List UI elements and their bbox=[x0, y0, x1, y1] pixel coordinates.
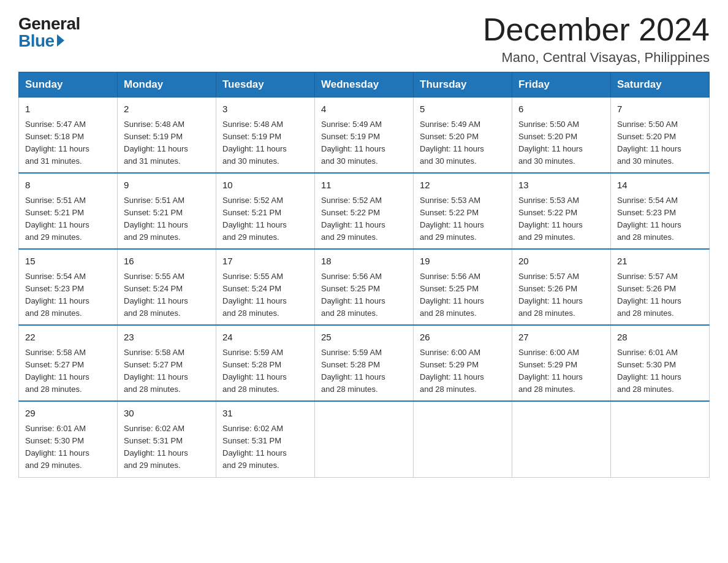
day-number: 15 bbox=[25, 255, 111, 269]
day-number: 31 bbox=[222, 407, 308, 421]
calendar-cell bbox=[512, 401, 611, 477]
calendar-cell: 23Sunrise: 5:58 AMSunset: 5:27 PMDayligh… bbox=[118, 325, 216, 401]
column-header-thursday: Thursday bbox=[414, 72, 512, 98]
day-number: 8 bbox=[25, 178, 111, 193]
day-info: Sunrise: 5:49 AMSunset: 5:20 PMDaylight:… bbox=[420, 118, 506, 168]
day-number: 22 bbox=[25, 331, 111, 345]
day-number: 9 bbox=[124, 178, 210, 193]
calendar-cell: 30Sunrise: 6:02 AMSunset: 5:31 PMDayligh… bbox=[118, 401, 216, 477]
day-info: Sunrise: 5:54 AMSunset: 5:23 PMDaylight:… bbox=[617, 194, 703, 244]
calendar-cell: 1Sunrise: 5:47 AMSunset: 5:18 PMDaylight… bbox=[19, 98, 118, 174]
day-number: 28 bbox=[617, 331, 703, 345]
day-info: Sunrise: 5:59 AMSunset: 5:28 PMDaylight:… bbox=[222, 347, 308, 396]
day-number: 17 bbox=[222, 255, 308, 269]
day-info: Sunrise: 5:49 AMSunset: 5:19 PMDaylight:… bbox=[321, 118, 407, 168]
calendar-week-row: 29Sunrise: 6:01 AMSunset: 5:30 PMDayligh… bbox=[19, 401, 710, 477]
calendar-cell: 24Sunrise: 5:59 AMSunset: 5:28 PMDayligh… bbox=[216, 325, 315, 401]
calendar-week-row: 8Sunrise: 5:51 AMSunset: 5:21 PMDaylight… bbox=[19, 173, 710, 249]
calendar-cell: 25Sunrise: 5:59 AMSunset: 5:28 PMDayligh… bbox=[315, 325, 414, 401]
day-info: Sunrise: 5:57 AMSunset: 5:26 PMDaylight:… bbox=[518, 270, 604, 320]
logo-blue-text: Blue bbox=[18, 33, 64, 50]
column-header-monday: Monday bbox=[118, 72, 216, 98]
calendar-cell: 11Sunrise: 5:52 AMSunset: 5:22 PMDayligh… bbox=[315, 173, 414, 249]
day-number: 21 bbox=[617, 255, 703, 269]
calendar-cell: 8Sunrise: 5:51 AMSunset: 5:21 PMDaylight… bbox=[19, 173, 118, 249]
day-number: 12 bbox=[420, 178, 506, 193]
logo: General Blue bbox=[18, 12, 80, 50]
calendar-week-row: 22Sunrise: 5:58 AMSunset: 5:27 PMDayligh… bbox=[19, 325, 710, 401]
calendar-cell: 21Sunrise: 5:57 AMSunset: 5:26 PMDayligh… bbox=[611, 249, 710, 325]
calendar-cell bbox=[611, 401, 710, 477]
day-number: 29 bbox=[25, 407, 111, 421]
day-number: 26 bbox=[420, 331, 506, 345]
day-info: Sunrise: 5:51 AMSunset: 5:21 PMDaylight:… bbox=[124, 194, 210, 244]
day-number: 24 bbox=[222, 331, 308, 345]
calendar-cell: 31Sunrise: 6:02 AMSunset: 5:31 PMDayligh… bbox=[216, 401, 315, 477]
logo-general-text: General bbox=[18, 15, 80, 33]
month-title: December 2024 bbox=[483, 12, 710, 47]
calendar-cell bbox=[315, 401, 414, 477]
calendar-cell: 14Sunrise: 5:54 AMSunset: 5:23 PMDayligh… bbox=[611, 173, 710, 249]
day-number: 27 bbox=[518, 331, 604, 345]
day-number: 5 bbox=[420, 102, 506, 117]
day-number: 25 bbox=[321, 331, 407, 345]
calendar-cell: 3Sunrise: 5:48 AMSunset: 5:19 PMDaylight… bbox=[216, 98, 315, 174]
day-info: Sunrise: 6:02 AMSunset: 5:31 PMDaylight:… bbox=[222, 423, 308, 472]
calendar-cell: 29Sunrise: 6:01 AMSunset: 5:30 PMDayligh… bbox=[19, 401, 118, 477]
day-info: Sunrise: 6:00 AMSunset: 5:29 PMDaylight:… bbox=[518, 347, 604, 396]
calendar-cell: 12Sunrise: 5:53 AMSunset: 5:22 PMDayligh… bbox=[414, 173, 512, 249]
day-info: Sunrise: 5:52 AMSunset: 5:21 PMDaylight:… bbox=[222, 194, 308, 244]
location-subtitle: Mano, Central Visayas, Philippines bbox=[483, 50, 710, 66]
day-number: 7 bbox=[617, 102, 703, 117]
day-info: Sunrise: 5:56 AMSunset: 5:25 PMDaylight:… bbox=[420, 270, 506, 320]
column-header-sunday: Sunday bbox=[19, 72, 118, 98]
calendar-cell: 7Sunrise: 5:50 AMSunset: 5:20 PMDaylight… bbox=[611, 98, 710, 174]
day-number: 20 bbox=[518, 255, 604, 269]
logo-triangle-icon bbox=[57, 34, 64, 47]
calendar-cell: 9Sunrise: 5:51 AMSunset: 5:21 PMDaylight… bbox=[118, 173, 216, 249]
calendar-cell: 18Sunrise: 5:56 AMSunset: 5:25 PMDayligh… bbox=[315, 249, 414, 325]
day-number: 18 bbox=[321, 255, 407, 269]
calendar-cell: 28Sunrise: 6:01 AMSunset: 5:30 PMDayligh… bbox=[611, 325, 710, 401]
calendar-week-row: 1Sunrise: 5:47 AMSunset: 5:18 PMDaylight… bbox=[19, 98, 710, 174]
day-info: Sunrise: 5:51 AMSunset: 5:21 PMDaylight:… bbox=[25, 194, 111, 244]
calendar-cell bbox=[414, 401, 512, 477]
day-info: Sunrise: 5:47 AMSunset: 5:18 PMDaylight:… bbox=[25, 118, 111, 168]
day-info: Sunrise: 5:56 AMSunset: 5:25 PMDaylight:… bbox=[321, 270, 407, 320]
day-info: Sunrise: 5:55 AMSunset: 5:24 PMDaylight:… bbox=[222, 270, 308, 320]
calendar-cell: 26Sunrise: 6:00 AMSunset: 5:29 PMDayligh… bbox=[414, 325, 512, 401]
day-number: 23 bbox=[124, 331, 210, 345]
day-info: Sunrise: 5:55 AMSunset: 5:24 PMDaylight:… bbox=[124, 270, 210, 320]
day-info: Sunrise: 5:53 AMSunset: 5:22 PMDaylight:… bbox=[420, 194, 506, 244]
day-number: 30 bbox=[124, 407, 210, 421]
calendar-cell: 5Sunrise: 5:49 AMSunset: 5:20 PMDaylight… bbox=[414, 98, 512, 174]
page-header: General Blue December 2024 Mano, Central… bbox=[18, 12, 710, 66]
column-header-wednesday: Wednesday bbox=[315, 72, 414, 98]
day-info: Sunrise: 5:58 AMSunset: 5:27 PMDaylight:… bbox=[124, 347, 210, 396]
day-number: 1 bbox=[25, 102, 111, 117]
day-info: Sunrise: 6:02 AMSunset: 5:31 PMDaylight:… bbox=[124, 423, 210, 472]
calendar-cell: 17Sunrise: 5:55 AMSunset: 5:24 PMDayligh… bbox=[216, 249, 315, 325]
title-block: December 2024 Mano, Central Visayas, Phi… bbox=[483, 12, 710, 66]
day-info: Sunrise: 6:01 AMSunset: 5:30 PMDaylight:… bbox=[617, 347, 703, 396]
day-info: Sunrise: 5:52 AMSunset: 5:22 PMDaylight:… bbox=[321, 194, 407, 244]
calendar-table: SundayMondayTuesdayWednesdayThursdayFrid… bbox=[18, 72, 710, 477]
day-info: Sunrise: 5:57 AMSunset: 5:26 PMDaylight:… bbox=[617, 270, 703, 320]
day-number: 11 bbox=[321, 178, 407, 193]
column-header-saturday: Saturday bbox=[611, 72, 710, 98]
calendar-cell: 13Sunrise: 5:53 AMSunset: 5:22 PMDayligh… bbox=[512, 173, 611, 249]
calendar-cell: 15Sunrise: 5:54 AMSunset: 5:23 PMDayligh… bbox=[19, 249, 118, 325]
day-info: Sunrise: 6:00 AMSunset: 5:29 PMDaylight:… bbox=[420, 347, 506, 396]
day-number: 10 bbox=[222, 178, 308, 193]
day-info: Sunrise: 5:48 AMSunset: 5:19 PMDaylight:… bbox=[124, 118, 210, 168]
calendar-cell: 27Sunrise: 6:00 AMSunset: 5:29 PMDayligh… bbox=[512, 325, 611, 401]
day-info: Sunrise: 5:53 AMSunset: 5:22 PMDaylight:… bbox=[518, 194, 604, 244]
calendar-week-row: 15Sunrise: 5:54 AMSunset: 5:23 PMDayligh… bbox=[19, 249, 710, 325]
day-number: 6 bbox=[518, 102, 604, 117]
day-number: 3 bbox=[222, 102, 308, 117]
calendar-cell: 19Sunrise: 5:56 AMSunset: 5:25 PMDayligh… bbox=[414, 249, 512, 325]
calendar-cell: 22Sunrise: 5:58 AMSunset: 5:27 PMDayligh… bbox=[19, 325, 118, 401]
day-number: 14 bbox=[617, 178, 703, 193]
day-info: Sunrise: 5:50 AMSunset: 5:20 PMDaylight:… bbox=[617, 118, 703, 168]
day-info: Sunrise: 5:48 AMSunset: 5:19 PMDaylight:… bbox=[222, 118, 308, 168]
